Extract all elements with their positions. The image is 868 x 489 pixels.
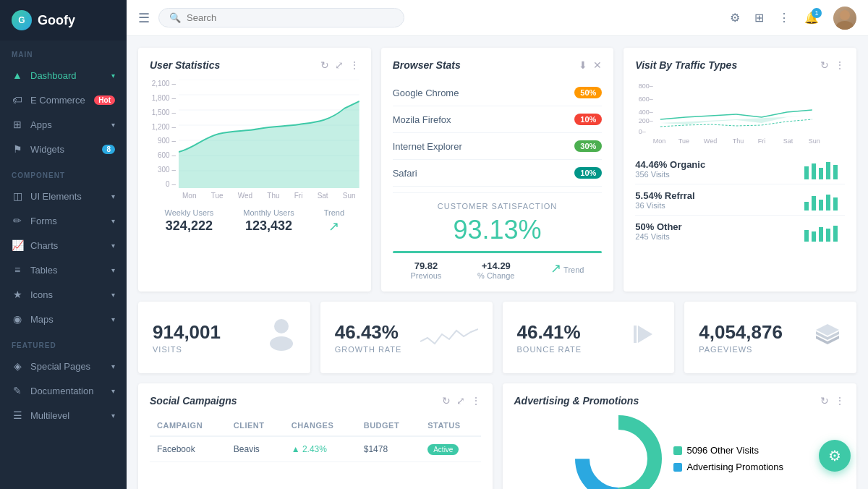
legend-label-advertising: Advertising Promotions	[686, 462, 783, 472]
svg-text:200–: 200–	[639, 117, 653, 124]
sidebar-item-dashboard[interactable]: ▲ Dashboard ▾	[0, 63, 127, 88]
refresh-icon[interactable]: ↻	[442, 395, 451, 407]
documentation-icon: ✎	[12, 385, 23, 396]
stat-card-bounce: 46.41% BOUNCE RATE	[503, 302, 675, 373]
chart-x-labels: Mon Tue Wed Thu Fri Sat Sun	[179, 188, 359, 203]
browser-stats-title: Browser Stats	[393, 59, 579, 71]
traffic-name: 5.54% Refrral	[635, 190, 801, 201]
traffic-chart: Mon Tue Wed Thu Fri Sat Sun 800– 600– 40…	[635, 80, 845, 145]
sidebar-item-label: UI Elements	[30, 191, 104, 202]
browser-name: Mozila Firefox	[393, 114, 575, 125]
svg-point-0	[840, 10, 850, 20]
weekly-users-value: 324,222	[165, 218, 214, 234]
avatar[interactable]	[833, 7, 856, 30]
expand-icon[interactable]: ⤢	[335, 59, 344, 71]
svg-rect-25	[833, 165, 838, 179]
traffic-item-other: 50% Other 245 Visits	[635, 216, 845, 246]
browser-row-ie: Internet Explorer 30%	[393, 133, 603, 160]
previous-stat: 79.82 Previous	[411, 260, 442, 280]
bounce-icon	[631, 320, 660, 355]
col-campaign: CAMPAIGN	[150, 415, 226, 436]
svg-text:Mon: Mon	[653, 137, 666, 145]
expand-icon[interactable]: ⤢	[456, 395, 465, 407]
sidebar-item-documentation[interactable]: ✎ Documentation ▾	[0, 378, 127, 403]
advertising-card: Advertising & Promotions ↻ ⋮	[503, 383, 857, 489]
sidebar-item-tables[interactable]: ≡ Tables ▾	[0, 258, 127, 282]
search-icon: 🔍	[169, 12, 181, 23]
growth-chart	[420, 323, 478, 352]
svg-rect-29	[826, 195, 830, 211]
sidebar-item-label: Forms	[30, 216, 104, 226]
sidebar-item-maps[interactable]: ◉ Maps ▾	[0, 307, 127, 331]
social-campaigns-title: Social Campaigns	[150, 395, 442, 407]
sidebar-item-special-pages[interactable]: ◈ Special Pages ▾	[0, 354, 127, 378]
sidebar-item-ecommerce[interactable]: 🏷 E Commerce Hot	[0, 88, 127, 112]
sidebar-item-charts[interactable]: 📈 Charts ▾	[0, 233, 127, 258]
stat-card-visits: 914,001 VISITS	[138, 302, 310, 373]
sidebar-item-icons[interactable]: ★ Icons ▾	[0, 282, 127, 307]
browser-name: Internet Explorer	[393, 141, 575, 152]
mini-chart	[801, 220, 845, 242]
sidebar-item-forms[interactable]: ✏ Forms ▾	[0, 208, 127, 233]
weekly-users-label: Weekly Users	[165, 208, 214, 217]
refresh-icon[interactable]: ↻	[820, 59, 829, 71]
svg-rect-35	[833, 226, 838, 242]
more-icon[interactable]: ⋮	[835, 395, 845, 407]
sidebar-item-multilevel[interactable]: ☰ Multilevel ▾	[0, 403, 127, 428]
svg-marker-38	[638, 326, 652, 343]
multilevel-icon: ☰	[12, 409, 23, 421]
satisfaction-section: CUSTOMER SATISFACTION 93.13% 79.82 Previ…	[393, 192, 603, 280]
settings-icon[interactable]: ⚙	[730, 11, 740, 25]
stat-info: 914,001 VISITS	[153, 321, 255, 354]
previous-value: 79.82	[411, 260, 442, 271]
browser-badge: 10%	[574, 114, 602, 125]
user-statistics-chart: 2,100 – 1,800 – 1,500 – 1,200 – 900 – 60…	[150, 80, 359, 203]
grid-icon[interactable]: ⊞	[754, 11, 764, 25]
search-input[interactable]	[187, 12, 393, 23]
refresh-icon[interactable]: ↻	[820, 395, 829, 407]
adv-legend: 5096 Other Visits Advertising Promotions	[673, 445, 783, 472]
refresh-icon[interactable]: ↻	[320, 59, 329, 71]
download-icon[interactable]: ⬇	[579, 59, 587, 71]
mini-chart	[801, 189, 845, 211]
browser-row-safari: Safari 10%	[393, 160, 603, 187]
browser-badge: 10%	[574, 167, 602, 179]
hamburger-button[interactable]: ☰	[138, 10, 150, 26]
campaigns-table: CAMPAIGN CLIENT CHANGES BUDGET STATUS Fa…	[150, 415, 481, 462]
content-area: User Statistics ↻ ⤢ ⋮ 2,100 – 1,800 – 1,…	[127, 36, 868, 489]
sidebar-item-widgets[interactable]: ⚑ Widgets 8	[0, 137, 127, 161]
more-icon[interactable]: ⋮	[835, 59, 845, 71]
stats-row: 914,001 VISITS 46.43% GROWTH RATE	[138, 302, 856, 373]
more-icon[interactable]: ⋮	[778, 11, 790, 25]
sidebar-item-label: Tables	[30, 265, 104, 276]
notification-icon[interactable]: 🔔 1	[804, 11, 819, 25]
svg-text:800–: 800–	[639, 82, 653, 90]
close-icon[interactable]: ✕	[593, 59, 602, 71]
monthly-users-value: 123,432	[243, 218, 294, 234]
svg-text:400–: 400–	[639, 109, 653, 116]
legend-label-other: 5096 Other Visits	[686, 445, 758, 456]
fab-button[interactable]: ⚙	[819, 440, 851, 472]
sidebar-item-apps[interactable]: ⊞ Apps ▾	[0, 112, 127, 137]
sidebar-item-ui-elements[interactable]: ◫ UI Elements ▾	[0, 184, 127, 208]
svg-rect-31	[804, 230, 809, 242]
svg-rect-21	[804, 166, 809, 179]
forms-icon: ✏	[12, 215, 23, 226]
browser-badge: 50%	[574, 87, 602, 98]
sidebar: G Goofy MAIN ▲ Dashboard ▾ 🏷 E Commerce …	[0, 0, 127, 489]
legend-item-advertising: Advertising Promotions	[673, 462, 783, 472]
trend-label: Trend	[563, 265, 584, 274]
svg-text:Wed: Wed	[704, 137, 717, 145]
advertising-title: Advertising & Promotions	[514, 395, 821, 407]
browser-badge: 30%	[574, 140, 602, 152]
chart-stats: Weekly Users 324,222 Monthly Users 123,4…	[150, 208, 359, 234]
svg-text:Sat: Sat	[783, 137, 793, 145]
more-icon[interactable]: ⋮	[349, 59, 359, 71]
topbar: ☰ 🔍 ⚙ ⊞ ⋮ 🔔 1	[127, 0, 868, 36]
more-icon[interactable]: ⋮	[471, 395, 481, 407]
user-statistics-title: User Statistics	[150, 59, 320, 71]
svg-rect-23	[819, 168, 823, 179]
app-name: Goofy	[38, 13, 75, 28]
icons-icon: ★	[12, 289, 23, 300]
client-cell: Beavis	[226, 436, 284, 462]
